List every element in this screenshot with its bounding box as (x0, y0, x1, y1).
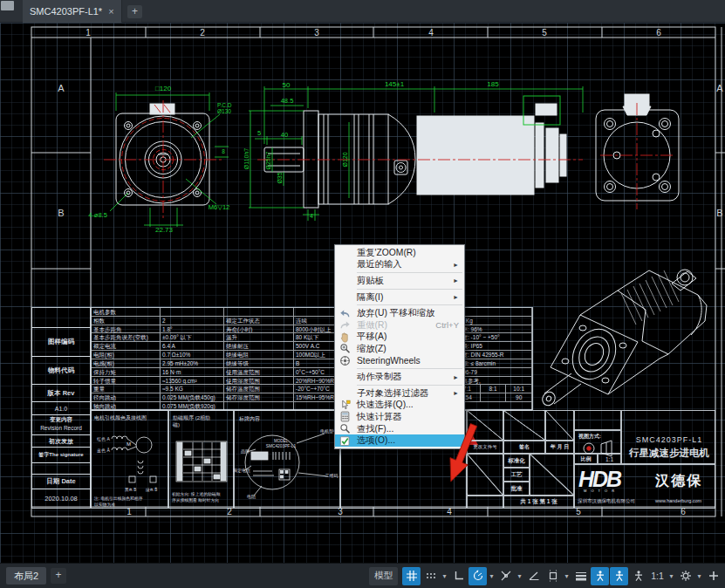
menu-item[interactable]: SteeringWheels (335, 355, 464, 367)
options-icon (339, 434, 351, 447)
chevron-down-icon[interactable]: ▾ (441, 567, 448, 585)
ortho-toggle-icon[interactable] (449, 567, 468, 585)
plus-toggle-icon[interactable] (704, 567, 722, 585)
calc-icon (339, 411, 351, 423)
person-toggle-icon[interactable] (610, 567, 628, 585)
pan-icon (339, 332, 351, 344)
otrack-toggle-icon[interactable] (496, 567, 515, 585)
menu-separator (357, 272, 462, 273)
menu-item[interactable]: 缩放(Z) (335, 343, 464, 355)
person-toggle-icon[interactable] (629, 567, 647, 585)
param-table-cell: 1.8° (161, 325, 224, 334)
submenu-arrow-icon: ► (453, 277, 459, 284)
param-table-cell: 电阻(相) (92, 351, 161, 359)
menu-item-shortcut: Ctrl+Y (435, 320, 459, 330)
undo-icon (339, 307, 351, 319)
status-bar: 布局2 + 模型 ▾▾▾▾1:1▾▾ (0, 563, 725, 588)
chevron-down-icon[interactable]: ▾ (488, 567, 496, 585)
menu-item[interactable]: 选项(O)... (335, 434, 464, 447)
chevron-down-icon[interactable]: ▾ (516, 567, 523, 585)
chevron-down-icon[interactable]: ▾ (563, 567, 571, 585)
drawing-tab[interactable]: SMC4203PF-L1* × (23, 0, 122, 23)
param-table-cell: 储存温度范围 (224, 385, 294, 393)
wire-a-label: 红色 A (97, 436, 110, 441)
motor-parameter-table: 电机参数相数2额定工作状态连续3.2 Kg基本步距角1.8°寿命(小时)8000… (91, 307, 533, 410)
param-table-cell (224, 308, 294, 317)
brand-name: 汉德保 (655, 472, 702, 490)
wiring-note-2: 以实物为准 (94, 502, 115, 507)
menu-item-label: 子对象选择过滤器 (357, 387, 428, 400)
param-table-cell: 1096-79 (455, 368, 532, 377)
menu-item[interactable]: 快速选择(Q)... (335, 400, 464, 412)
tbr-blank-2 (503, 410, 545, 441)
polar-toggle-icon[interactable] (469, 567, 487, 585)
param-table-row: 径向跳动0.025 MM(负载450g)储存湿度范围15%RH~95%RH154… (92, 393, 532, 402)
menu-separator (357, 289, 462, 290)
menu-item[interactable]: 重做(R)Ctrl+Y (335, 319, 464, 332)
layout-tab[interactable]: 布局2 (6, 567, 46, 585)
person-toggle-icon[interactable] (591, 567, 609, 585)
annotation-scale-value[interactable]: 1:1 (648, 567, 667, 585)
menu-item[interactable]: 子对象选择过滤器► (335, 387, 464, 400)
param-table-subcell: 90 (505, 393, 531, 401)
param-table-cell: 效率: 96% (455, 325, 532, 334)
menu-item-label: 缩放(Z) (357, 343, 386, 355)
wire-a2-label: 蓝色 Ā (97, 448, 110, 453)
angle-toggle-icon[interactable] (524, 567, 543, 585)
chevron-down-icon[interactable]: ▾ (695, 567, 703, 585)
submenu-arrow-icon: ► (453, 262, 459, 268)
menu-item[interactable]: 剪贴板► (335, 275, 464, 287)
param-table-subcell: 8:1 (480, 385, 506, 393)
param-table-subcell: 10:1 (505, 385, 531, 393)
snap-toggle-icon[interactable] (421, 567, 440, 585)
grid-toggle-icon[interactable] (402, 567, 421, 585)
tb-change-en: Revision Record (32, 424, 90, 433)
chevron-down-icon[interactable]: ▾ (667, 567, 675, 585)
drawing-tab-label: SMC4203PF-L1* (30, 6, 102, 17)
motor-symbol-m: M (127, 441, 131, 447)
view-method-label: 视图方式: (578, 433, 601, 441)
tb-date-value: 2020.10.08 (31, 489, 91, 509)
objsnap-toggle-icon[interactable] (544, 567, 562, 585)
menu-item[interactable]: 放弃(U) 平移和缩放 (335, 307, 464, 319)
tbr-blank-6 (467, 496, 503, 509)
menu-item[interactable]: 查找(F)... (335, 423, 464, 435)
menu-item[interactable]: 动作录制器► (335, 371, 464, 383)
menu-item-label: 重复'ZOOM(R) (357, 247, 416, 259)
param-table-cell: ≈13560 g.cm² (161, 377, 224, 386)
tbr-sheets: 共 1 张 第 1 张 (503, 496, 574, 509)
param-table-cell: 转子惯量 (92, 377, 161, 386)
menu-item-label: 重做(R) (357, 319, 387, 332)
param-table-cell: 使用温度范围 (224, 368, 294, 377)
param-table-cell: 电感(相) (92, 359, 161, 368)
add-layout-button[interactable]: + (51, 568, 66, 584)
menu-item[interactable]: 最近的输入► (335, 259, 464, 271)
menu-item[interactable]: 快速计算器 (335, 411, 464, 423)
param-table-cell: ±0.09° 以下 (161, 333, 224, 342)
tb-empty-2 (31, 462, 91, 475)
menu-item[interactable]: 重复'ZOOM(R) (335, 247, 464, 259)
param-table-cell: 储存湿度范围 (224, 393, 294, 402)
new-tab-button[interactable]: + (127, 5, 142, 18)
model-space-button[interactable]: 模型 (369, 567, 398, 585)
cell-wiring: 电机引线颜色及接线图 红色 A 蓝色 Ā M 黑色 B 绿色 B̄ 注: 电机引… (91, 410, 168, 509)
wire-b2-label: 绿色 B̄ (146, 488, 157, 492)
tb-change: 变更内容 Revision Record (31, 414, 91, 435)
menu-item-label: SteeringWheels (357, 356, 421, 366)
close-tab-icon[interactable]: × (108, 6, 113, 17)
tbr-blank-7 (574, 410, 621, 430)
menu-item-label: 剪贴板 (357, 275, 384, 287)
param-table-cell: 温升 (224, 333, 294, 342)
lineweight-toggle-icon[interactable] (571, 567, 590, 585)
menu-item-label: 放弃(U) 平移和缩放 (357, 307, 434, 319)
menu-item[interactable]: 平移(A) (335, 332, 464, 344)
app-corner-chip (1, 1, 14, 10)
company-site: www.handerburg.com (655, 498, 701, 503)
menu-separator (357, 304, 462, 305)
param-table-cell (455, 308, 532, 317)
submenu-arrow-icon: ► (453, 390, 459, 396)
submenu-arrow-icon: ► (453, 374, 459, 380)
company-name: 深圳市汉德保电机有限公司 (578, 498, 635, 504)
menu-item[interactable]: 隔离(I)► (335, 291, 464, 304)
gear-toggle-icon[interactable] (676, 567, 694, 585)
